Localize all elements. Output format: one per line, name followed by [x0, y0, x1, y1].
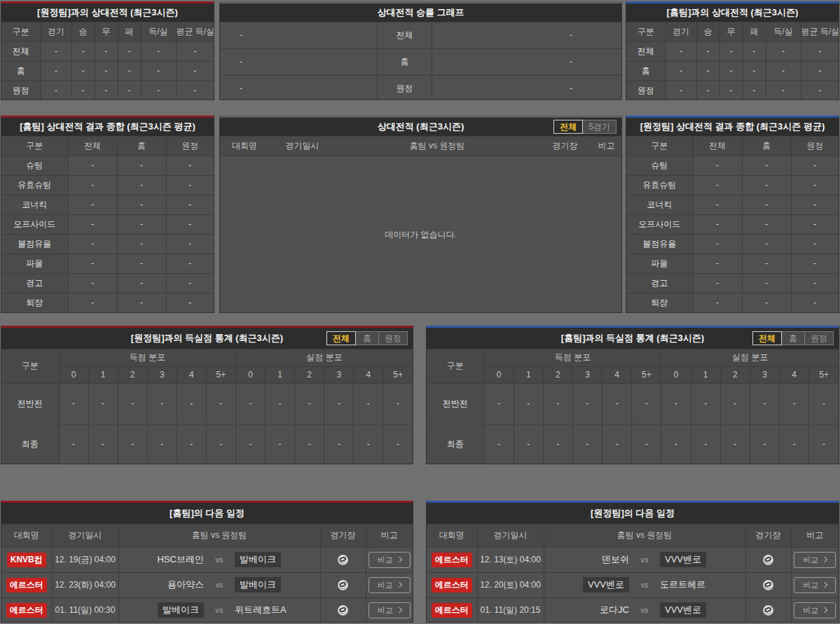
stat-value: -: [68, 273, 117, 293]
col-header: 홈: [117, 137, 166, 155]
stat-value: -: [801, 61, 839, 81]
tab-away[interactable]: 원정: [804, 331, 834, 345]
away-team: VVV벤로: [660, 552, 745, 567]
stat-value: -: [572, 383, 602, 424]
stat-value: -: [118, 383, 147, 424]
tab-home[interactable]: 홈: [781, 331, 805, 345]
panel-title: 상대전적 (최근3시즌): [378, 121, 464, 132]
tab-away[interactable]: 원정: [378, 331, 408, 345]
stat-value: -: [118, 41, 141, 61]
panel-title: [원정팀]과의 득실점 통계 (최근3시즌): [131, 333, 283, 343]
col-header: 패: [118, 22, 141, 41]
col-header: 홈팀 vs 원정팀: [118, 525, 320, 547]
stat-value: -: [514, 424, 543, 464]
graph-row-label: 원정: [378, 76, 432, 100]
tab-home[interactable]: 홈: [355, 331, 379, 345]
soccer-ball-icon: [337, 604, 349, 616]
panel-h2h-vs-away: [원정팀]과의 상대전적 (최근3시즌) 구분 경기 승 무 패 득/실 평균 …: [1, 1, 214, 100]
stat-value: -: [95, 61, 118, 81]
group-header-goals-against: 실점 분포: [661, 349, 839, 366]
col-header: 승: [71, 22, 95, 41]
stat-value: -: [383, 424, 413, 464]
compare-button[interactable]: 비교: [369, 577, 411, 593]
col-header: 구분: [1, 22, 41, 41]
col-header: 구분: [1, 137, 68, 155]
col-header: 경기일시: [52, 525, 118, 547]
stat-value: -: [743, 81, 766, 100]
league-badge: 에르스터: [6, 578, 47, 592]
home-team: 용아약스: [119, 578, 205, 591]
panel-title: [원정팀]과의 상대전적 (최근3시즌): [1, 4, 214, 22]
stat-value: -: [742, 214, 791, 234]
tab-all[interactable]: 전체: [553, 120, 583, 134]
vs-label: vs: [204, 555, 235, 564]
compare-button[interactable]: 비교: [794, 577, 836, 593]
stat-value: -: [766, 61, 801, 81]
home-team: HSC브레인: [119, 553, 205, 566]
stat-value: -: [166, 214, 214, 234]
fixture-row: 에르스터 01. 11(일) 00:30 발베이크 vs 위트레흐트A 비교: [1, 597, 413, 623]
row-label: 경고: [626, 273, 693, 293]
panel-title: [홈팀]의 다음 일정: [1, 503, 413, 525]
stat-value: -: [324, 424, 354, 464]
compare-button[interactable]: 비교: [794, 602, 836, 618]
stat-value: -: [801, 81, 839, 100]
stat-value: -: [484, 383, 514, 424]
panel-goal-stats-vs-home: [홈팀]과의 득실점 통계 (최근3시즌) 전체 홈 원정 구분 득점 분포 실…: [426, 326, 839, 464]
stat-value: -: [166, 175, 214, 195]
tab-all[interactable]: 전체: [326, 331, 356, 345]
vs-label: vs: [629, 581, 660, 589]
compare-button[interactable]: 비교: [794, 552, 836, 568]
row-label: 전체: [626, 41, 666, 61]
goal-stats-table: 구분 득점 분포 실점 분포 0 1 2 3 4 5+ 0 1 2 3 4 5+…: [427, 349, 839, 464]
stat-value: -: [176, 41, 214, 61]
sub-col-header: 1: [514, 366, 543, 383]
stat-value: -: [666, 61, 696, 81]
row-label: 전반전: [427, 383, 484, 424]
row-label: 코너킥: [626, 195, 693, 214]
col-header: 득/실: [766, 22, 801, 41]
row-label: 오프사이드: [626, 214, 693, 234]
stat-value: -: [117, 195, 166, 214]
stat-value: -: [206, 383, 235, 424]
compare-button[interactable]: 비교: [369, 552, 411, 568]
graph-row-label: 전체: [378, 22, 432, 48]
chevron-right-icon: [397, 557, 402, 562]
sub-col-header: 0: [661, 366, 691, 383]
row-label: 슈팅: [1, 155, 68, 175]
col-header: 무: [95, 22, 118, 41]
row-label: 파울: [1, 254, 68, 273]
away-team: 발베이크: [235, 552, 320, 567]
stat-value: -: [696, 41, 719, 61]
scope-tabs: 전체 홈 원정: [326, 331, 408, 345]
graph-left-value: -: [220, 76, 378, 100]
stat-value: -: [696, 81, 719, 100]
stat-value: -: [354, 424, 383, 464]
sub-col-header: 1: [266, 366, 295, 383]
scope-tabs: 전체 홈 원정: [752, 331, 834, 345]
row-label: 슈팅: [626, 155, 693, 175]
sub-col-header: 3: [147, 366, 177, 383]
stat-value: -: [354, 383, 383, 424]
stat-value: -: [166, 254, 214, 273]
stat-value: -: [693, 254, 742, 273]
col-header: 경기장: [745, 525, 791, 547]
stat-value: -: [780, 424, 809, 464]
col-header: 홈팀 vs 원정팀: [336, 137, 539, 155]
sub-col-header: 3: [324, 366, 354, 383]
stat-value: -: [166, 293, 214, 312]
panel-title-bar: [원정팀]과의 득실점 통계 (최근3시즌) 전체 홈 원정: [1, 328, 413, 349]
empty-message: 데이터가 없습니다.: [385, 229, 457, 241]
row-label: 퇴장: [626, 293, 693, 312]
stat-value: -: [661, 424, 691, 464]
stat-value: -: [295, 424, 324, 464]
tab-all[interactable]: 전체: [752, 331, 782, 345]
away-team: VVV벤로: [660, 602, 745, 618]
stat-value: -: [766, 41, 801, 61]
tab-5games[interactable]: 5경기: [582, 120, 617, 134]
panel-schedule-away: [원정팀]의 다음 일정 대회명 경기일시 홈팀 vs 원정팀 경기장 비고 에…: [426, 501, 839, 623]
stat-value: -: [791, 273, 839, 293]
league-badge: 에르스터: [6, 603, 47, 618]
compare-button[interactable]: 비교: [369, 602, 411, 618]
stat-value: -: [141, 61, 176, 81]
